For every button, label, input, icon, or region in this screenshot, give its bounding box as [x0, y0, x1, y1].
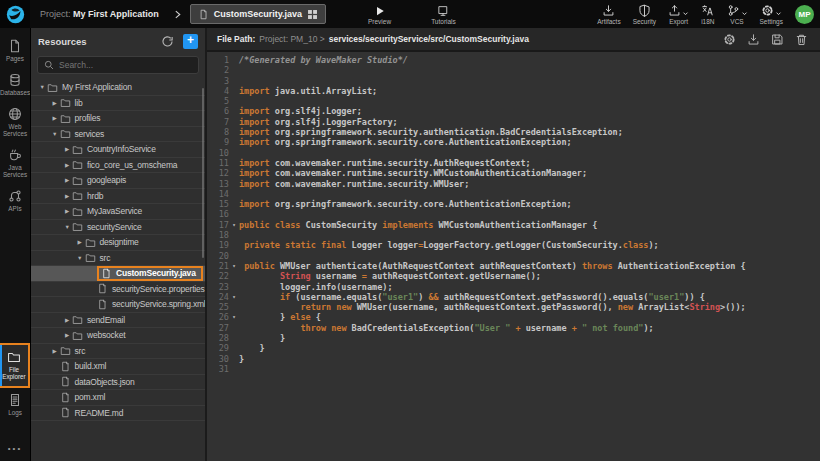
tree-item-securityservice[interactable]: ▼securityService: [31, 220, 205, 236]
tutorials-button[interactable]: Tutorials: [431, 4, 456, 25]
fold-gutter: [229, 65, 239, 75]
user-avatar[interactable]: MP: [795, 5, 814, 24]
expand-arrow[interactable]: ▶: [62, 162, 72, 168]
search-input[interactable]: [59, 60, 192, 70]
sidebar-item-file-explorer[interactable]: File Explorer: [0, 343, 30, 388]
panel-scrollbar[interactable]: [202, 88, 204, 258]
folder-icon: [72, 206, 83, 217]
download-file-button[interactable]: [747, 33, 760, 46]
fold-arrow-icon[interactable]: ▾: [229, 292, 239, 302]
tree-item-hrdb[interactable]: ▶hrdb: [31, 189, 205, 205]
tree-item-websocket[interactable]: ▶websocket: [31, 328, 205, 344]
expand-arrow[interactable]: ▶: [75, 239, 85, 245]
fold-arrow-icon[interactable]: ▾: [229, 312, 239, 322]
tree-item-label: CustomSecurity.java: [116, 268, 196, 278]
topbar-action-label: Artifacts: [597, 18, 620, 25]
api-icon: [8, 189, 22, 203]
tree-item-readme-md[interactable]: README.md: [31, 406, 205, 422]
tree-item-googleapis[interactable]: ▶googleapis: [31, 173, 205, 189]
sidebar-item-label: Pages: [6, 55, 24, 62]
tree-item-fico-core-us-omschema[interactable]: ▶fico_core_us_omschema: [31, 158, 205, 174]
line-number: 21: [207, 261, 229, 271]
tree-item-my-first-application[interactable]: ▼My First Application: [31, 80, 205, 96]
line-number: 22: [207, 271, 229, 281]
code-text: }: [239, 354, 244, 364]
expand-arrow[interactable]: ▶: [62, 146, 72, 152]
tree-item-designtime[interactable]: ▶designtime: [31, 235, 205, 251]
fold-arrow-icon[interactable]: ▾: [229, 220, 239, 230]
tree-item-src[interactable]: ▶src: [31, 344, 205, 360]
add-resource-button[interactable]: +: [183, 34, 198, 49]
sidebar-item-label: APIs: [8, 205, 21, 212]
collapse-arrow[interactable]: ▼: [62, 224, 72, 230]
i18n-button[interactable]: i18N: [701, 4, 714, 25]
line-number: 11: [207, 158, 229, 168]
tree-item-build-xml[interactable]: build.xml: [31, 359, 205, 375]
folder-icon: [60, 345, 71, 356]
tree-item-profiles[interactable]: ▶profiles: [31, 111, 205, 127]
editor-settings-button[interactable]: [723, 33, 736, 46]
expand-arrow[interactable]: ▶: [50, 348, 60, 354]
fold-gutter: [229, 106, 239, 116]
sidebar-item-pages[interactable]: Pages: [0, 34, 30, 68]
fold-arrow-icon[interactable]: ▾: [229, 261, 239, 271]
folder-icon: [85, 237, 96, 248]
sidebar-item-logs[interactable]: Logs: [0, 388, 30, 422]
tree-item-customsecurity-java[interactable]: CustomSecurity.java: [31, 266, 205, 282]
settings-button[interactable]: Settings: [760, 4, 784, 25]
tree-item-securityservice-properties[interactable]: securityService.properties: [31, 282, 205, 298]
code-line: 8import org.springframework.security.aut…: [207, 127, 820, 137]
line-number: 2: [207, 65, 229, 75]
tree-item-services[interactable]: ▼services: [31, 127, 205, 143]
vcs-button[interactable]: VCS: [727, 4, 748, 25]
collapse-arrow[interactable]: ▼: [37, 84, 47, 90]
tree-item-myjavaservice[interactable]: ▶MyJavaService: [31, 204, 205, 220]
tree-item-dataobjects-json[interactable]: dataObjects.json: [31, 375, 205, 391]
refresh-button[interactable]: [161, 35, 174, 48]
code-text: return new WMUser(username, authRequestC…: [239, 302, 746, 312]
folder-icon: [72, 314, 83, 325]
security-button[interactable]: Security: [633, 4, 656, 25]
tab-customsecurity-java[interactable]: CustomSecurity.java: [190, 4, 326, 24]
sidebar-item-web-services[interactable]: Web Services: [0, 102, 30, 143]
tree-item-label: pom.xml: [75, 392, 106, 402]
save-file-button[interactable]: [771, 33, 784, 46]
tree-item-content: securityService: [72, 221, 142, 232]
sidebar-item-databases[interactable]: Databases: [0, 68, 30, 102]
tree-item-pom-xml[interactable]: pom.xml: [31, 390, 205, 406]
expand-arrow[interactable]: ▶: [50, 115, 60, 121]
collapse-arrow[interactable]: ▼: [50, 131, 60, 137]
code-line: 19 private static final Logger logger=Lo…: [207, 240, 820, 250]
tree-item-sendemail[interactable]: ▶sendEmail: [31, 313, 205, 329]
code-text: public class CustomSecurity implements W…: [239, 220, 597, 230]
tree-item-content: sendEmail: [72, 314, 125, 325]
expand-arrow[interactable]: ▶: [62, 317, 72, 323]
tree-item-lib[interactable]: ▶lib: [31, 96, 205, 112]
line-number: 29: [207, 343, 229, 353]
project-name[interactable]: My First Application: [73, 9, 159, 19]
line-number: 18: [207, 230, 229, 240]
artifacts-button[interactable]: Artifacts: [597, 4, 620, 25]
code-text: }: [239, 343, 265, 353]
preview-button[interactable]: Preview: [368, 4, 391, 25]
more-menu-button[interactable]: •••: [8, 444, 22, 453]
collapse-arrow[interactable]: ▼: [75, 255, 85, 261]
sidebar-item-apis[interactable]: APIs: [0, 184, 30, 218]
grid-icon[interactable]: [307, 9, 318, 20]
fold-gutter: [229, 333, 239, 343]
export-button[interactable]: Export: [668, 4, 689, 25]
tree-item-countryinfoservice[interactable]: ▶CountryInfoService: [31, 142, 205, 158]
tree-item-securityservice-spring-xml[interactable]: securityService.spring.xml: [31, 297, 205, 313]
code-line: 3: [207, 76, 820, 86]
expand-arrow[interactable]: ▶: [62, 177, 72, 183]
expand-arrow[interactable]: ▶: [50, 100, 60, 106]
code-line: 11import com.wavemaker.runtime.security.…: [207, 158, 820, 168]
expand-arrow[interactable]: ▶: [62, 208, 72, 214]
delete-file-button[interactable]: [795, 33, 808, 46]
sidebar-item-java-services[interactable]: Java Services: [0, 143, 30, 184]
tree-item-src[interactable]: ▼src: [31, 251, 205, 267]
expand-arrow[interactable]: ▶: [62, 193, 72, 199]
wavemaker-logo-icon[interactable]: [0, 0, 30, 28]
expand-arrow[interactable]: ▶: [62, 332, 72, 338]
code-view[interactable]: 1/*Generated by WaveMaker Studio*/234imp…: [207, 52, 820, 461]
